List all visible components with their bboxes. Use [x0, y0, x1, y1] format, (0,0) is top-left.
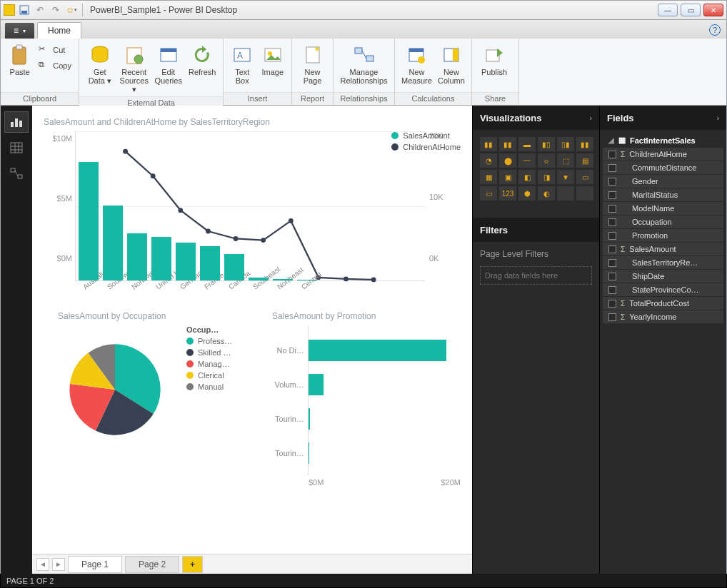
filters-drop-zone[interactable]: Drag data fields here	[480, 266, 592, 285]
field-checkbox[interactable]	[608, 273, 616, 280]
viz-type-button[interactable]: ⌾	[538, 153, 555, 168]
field-checkbox[interactable]	[608, 164, 616, 172]
report-canvas[interactable]: SalesAmount and ChildrenAtHome by SalesT…	[32, 106, 472, 554]
chevron-right-icon: ›	[717, 114, 719, 122]
field-item[interactable]: ΣTotalProductCost	[603, 297, 723, 310]
field-checkbox[interactable]	[608, 300, 616, 308]
help-icon[interactable]: ?	[709, 24, 721, 36]
group-label: Relationships	[334, 92, 394, 105]
field-checkbox[interactable]	[608, 151, 616, 158]
file-tab[interactable]: ≡▾	[5, 23, 34, 39]
model-view-button[interactable]	[4, 163, 29, 184]
text-box-button[interactable]: AText Box	[228, 41, 257, 87]
edit-queries-button[interactable]: Edit Queries	[152, 41, 185, 87]
viz-type-button[interactable]: ⬢	[518, 186, 536, 201]
filters-header[interactable]: Filters	[473, 218, 599, 242]
field-item[interactable]: StateProvinceCo…	[603, 283, 723, 296]
field-checkbox[interactable]	[608, 178, 616, 186]
field-checkbox[interactable]	[608, 218, 616, 226]
viz-type-button[interactable]: ▮▮	[576, 137, 593, 151]
cut-button[interactable]: ✂Cut	[36, 43, 74, 57]
viz-type-button[interactable]: ▣	[499, 170, 516, 184]
pie-chart[interactable]: SalesAmount by Occupation Occup…Profess……	[44, 311, 251, 475]
new-column-button[interactable]: New Column	[436, 41, 467, 87]
viz-type-button[interactable]: ⬤	[499, 153, 516, 168]
page-next-button[interactable]: ►	[52, 558, 65, 571]
viz-type-button[interactable]: ◔	[480, 153, 497, 168]
get-data-button[interactable]: Get Data ▾	[84, 41, 116, 88]
viz-type-button[interactable]: ▼	[557, 170, 574, 184]
image-button[interactable]: Image	[259, 41, 288, 78]
field-item[interactable]: ΣChildrenAtHome	[603, 148, 723, 161]
field-name: SalesTerritoryRe…	[632, 258, 698, 267]
viz-type-button[interactable]: ▯▮	[557, 137, 574, 151]
field-checkbox[interactable]	[608, 191, 616, 199]
viz-type-button[interactable]: ⬚	[557, 153, 574, 168]
viz-type-button[interactable]	[557, 186, 574, 201]
viz-type-button[interactable]: ▦	[480, 170, 497, 184]
hbar-chart[interactable]: SalesAmount by Promotion $0M $20M No Di……	[272, 311, 461, 475]
field-checkbox[interactable]	[608, 313, 616, 321]
combo-chart[interactable]: $10M $5M $0M AustraliaSouthwestNorthwest…	[44, 131, 461, 281]
field-item[interactable]: Promotion	[603, 229, 723, 242]
field-item[interactable]: ΣSalesAmount	[603, 243, 723, 255]
field-item[interactable]: ΣYearlyIncome	[603, 310, 723, 323]
tab-home[interactable]: Home	[37, 22, 81, 39]
close-button[interactable]: ✕	[703, 4, 723, 16]
undo-icon[interactable]: ↶	[34, 4, 46, 16]
hbar-x-axis: $0M $20M	[309, 478, 461, 487]
visualizations-header[interactable]: Visualizations›	[473, 106, 599, 130]
data-view-button[interactable]	[4, 137, 29, 158]
redo-icon[interactable]: ↷	[49, 4, 62, 16]
add-page-button[interactable]: +	[182, 556, 203, 573]
svg-point-39	[234, 236, 239, 241]
paste-button[interactable]: Paste	[5, 41, 34, 78]
field-checkbox[interactable]	[608, 286, 616, 294]
copy-button[interactable]: ⧉Copy	[36, 59, 74, 73]
page-prev-button[interactable]: ◄	[36, 558, 49, 571]
field-checkbox[interactable]	[608, 205, 616, 213]
field-checkbox[interactable]	[608, 245, 616, 253]
viz-type-button[interactable]: ◐	[538, 186, 555, 201]
field-item[interactable]: ShipDate	[603, 270, 723, 283]
new-page-button[interactable]: ✶New Page	[296, 41, 329, 87]
viz-type-button[interactable]: ◨	[538, 170, 555, 184]
viz-type-button[interactable]: ▮▯	[538, 137, 555, 151]
viz-type-button[interactable]: ▮▮	[480, 137, 497, 151]
field-checkbox[interactable]	[608, 259, 616, 267]
viz-type-button[interactable]	[576, 186, 593, 201]
table-icon: ▦	[618, 136, 626, 145]
new-measure-button[interactable]: New Measure	[399, 41, 434, 87]
viz-type-button[interactable]: ▮▮	[499, 137, 516, 151]
separator	[82, 4, 83, 16]
field-item[interactable]: Occupation	[603, 216, 723, 228]
field-item[interactable]: MaritalStatus	[603, 188, 723, 201]
field-checkbox[interactable]	[608, 232, 616, 240]
viz-type-button[interactable]: 123	[499, 186, 516, 201]
viz-type-button[interactable]: ▭	[576, 170, 593, 184]
viz-type-button[interactable]: ▭	[480, 186, 497, 201]
smiley-icon[interactable]: ☺▾	[65, 4, 78, 16]
viz-type-button[interactable]: ◧	[518, 170, 536, 184]
field-item[interactable]: Gender	[603, 175, 723, 188]
manage-relationships-button[interactable]: Manage Relationships	[338, 41, 390, 87]
save-icon[interactable]	[18, 4, 31, 16]
viz-type-button[interactable]: 〰	[518, 153, 536, 168]
fields-header[interactable]: Fields›	[600, 106, 726, 130]
field-item[interactable]: ModelName	[603, 202, 723, 215]
refresh-button[interactable]: Refresh	[186, 41, 219, 78]
viz-type-button[interactable]: ▤	[576, 153, 593, 168]
field-item[interactable]: SalesTerritoryRe…	[603, 256, 723, 269]
filters-subtitle: Page Level Filters	[480, 249, 592, 259]
report-view-button[interactable]	[4, 111, 29, 133]
page-tab-2[interactable]: Page 2	[125, 556, 179, 573]
publish-button[interactable]: Publish	[476, 41, 512, 78]
svg-line-17	[362, 51, 366, 59]
maximize-button[interactable]: ▭	[681, 4, 701, 16]
field-table-header[interactable]: ◢▦FactInternetSales	[603, 133, 723, 147]
minimize-button[interactable]: —	[658, 4, 678, 16]
recent-sources-button[interactable]: Recent Sources ▾	[118, 41, 151, 96]
page-tab-1[interactable]: Page 1	[68, 556, 122, 573]
viz-type-button[interactable]: ▬	[518, 137, 536, 151]
field-item[interactable]: CommuteDistance	[603, 161, 723, 174]
